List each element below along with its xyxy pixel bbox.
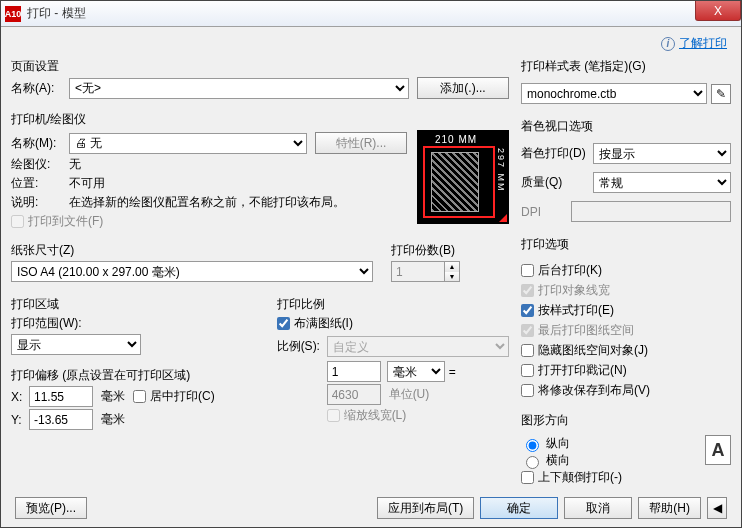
ratio-label: 比例(S): [277, 338, 327, 355]
plot-area-select[interactable]: 显示 [11, 334, 141, 355]
close-button[interactable]: X [695, 1, 741, 21]
plot-dialog: A10 打印 - 模型 X i 了解打印 页面设置 名称(A): <无> 添加(… [0, 0, 742, 528]
opt-hide-checkbox[interactable]: 隐藏图纸空间对象(J) [521, 342, 731, 359]
shade-select[interactable]: 按显示 [593, 143, 731, 164]
preview-width-label: 210 MM [435, 134, 477, 145]
dpi-label: DPI [521, 205, 571, 219]
titlebar: A10 打印 - 模型 X [1, 1, 741, 27]
drawing-units-input [327, 384, 381, 405]
info-icon: i [661, 37, 675, 51]
orientation-icon: A [705, 435, 731, 465]
equals-icon: = [449, 365, 456, 379]
desc-value: 在选择新的绘图仪配置名称之前，不能打印该布局。 [69, 194, 407, 211]
window-title: 打印 - 模型 [27, 5, 86, 22]
what-label: 打印范围(W): [11, 315, 267, 332]
printer-name-select[interactable]: 🖨 无 [69, 133, 307, 154]
chevron-left-icon: ◀ [713, 501, 722, 515]
quality-label: 质量(Q) [521, 174, 593, 191]
preview-button[interactable]: 预览(P)... [15, 497, 87, 519]
printer-heading: 打印机/绘图仪 [11, 111, 509, 128]
opt-styles-checkbox[interactable]: 按样式打印(E) [521, 302, 731, 319]
dpi-input [571, 201, 731, 222]
opt-stamp-checkbox[interactable]: 打开打印戳记(N) [521, 362, 731, 379]
page-name-label: 名称(A): [11, 80, 69, 97]
app-icon: A10 [5, 6, 21, 22]
offset-x-unit: 毫米 [101, 388, 125, 405]
quality-select[interactable]: 常规 [593, 172, 731, 193]
close-icon: X [714, 4, 722, 18]
preview-corner-icon [499, 214, 507, 222]
offset-x-input[interactable] [29, 386, 93, 407]
drawing-units-label: 单位(U) [389, 386, 430, 403]
offset-heading: 打印偏移 (原点设置在可打印区域) [11, 367, 267, 384]
spin-down-icon: ▼ [445, 272, 459, 282]
paper-size-select[interactable]: ISO A4 (210.00 x 297.00 毫米) [11, 261, 373, 282]
scale-unit-input[interactable] [327, 361, 381, 382]
area-heading: 打印区域 [11, 296, 267, 313]
center-plot-checkbox[interactable]: 居中打印(C) [133, 388, 215, 405]
opt-background-checkbox[interactable]: 后台打印(K) [521, 262, 731, 279]
expand-button[interactable]: ◀ [707, 497, 727, 519]
opt-lineweights-checkbox: 打印对象线宽 [521, 282, 731, 299]
learn-plot-link[interactable]: 了解打印 [679, 35, 727, 52]
offset-x-label: X: [11, 390, 29, 404]
fit-to-paper-checkbox[interactable]: 布满图纸(I) [277, 315, 509, 332]
copies-spinner: ▲▼ [445, 261, 460, 282]
location-label: 位置: [11, 175, 69, 192]
pencil-icon: ✎ [716, 87, 726, 101]
help-button[interactable]: 帮助(H) [638, 497, 701, 519]
opt-paperspace-last-checkbox: 最后打印图纸空间 [521, 322, 731, 339]
scale-heading: 打印比例 [277, 296, 509, 313]
desc-label: 说明: [11, 194, 69, 211]
add-page-setup-button[interactable]: 添加(.)... [417, 77, 509, 99]
location-value: 不可用 [69, 175, 105, 192]
copies-input [391, 261, 445, 282]
shade-label: 着色打印(D) [521, 145, 593, 162]
preview-height-label: 297 MM [496, 148, 506, 193]
apply-layout-button[interactable]: 应用到布局(T) [377, 497, 474, 519]
opt-save-checkbox[interactable]: 将修改保存到布局(V) [521, 382, 731, 399]
plot-to-file-checkbox: 打印到文件(F) [11, 213, 103, 230]
spin-up-icon: ▲ [445, 262, 459, 272]
plotter-label: 绘图仪: [11, 156, 69, 173]
orientation-heading: 图形方向 [521, 412, 731, 429]
copies-heading: 打印份数(B) [391, 242, 509, 259]
unit-select[interactable]: 毫米 [387, 361, 445, 382]
paper-preview: 210 MM 297 MM [417, 130, 509, 224]
offset-y-input[interactable] [29, 409, 93, 430]
page-setup-heading: 页面设置 [11, 58, 509, 75]
options-heading: 打印选项 [521, 236, 731, 253]
cancel-button[interactable]: 取消 [564, 497, 632, 519]
edit-style-button[interactable]: ✎ [711, 84, 731, 104]
scale-select: 自定义 [327, 336, 509, 357]
offset-y-label: Y: [11, 413, 29, 427]
page-name-select[interactable]: <无> [69, 78, 409, 99]
shaded-heading: 着色视口选项 [521, 118, 731, 135]
styletable-heading: 打印样式表 (笔指定)(G) [521, 58, 731, 75]
paper-heading: 纸张尺寸(Z) [11, 242, 373, 259]
plotter-value: 无 [69, 156, 81, 173]
printer-name-label: 名称(M): [11, 135, 69, 152]
upside-down-checkbox[interactable]: 上下颠倒打印(-) [521, 469, 705, 486]
plot-style-select[interactable]: monochrome.ctb [521, 83, 707, 104]
offset-y-unit: 毫米 [101, 411, 125, 428]
ok-button[interactable]: 确定 [480, 497, 558, 519]
portrait-radio[interactable]: 纵向 [521, 435, 705, 452]
scale-lineweights-checkbox: 缩放线宽(L) [327, 407, 407, 424]
printer-properties-button: 特性(R)... [315, 132, 407, 154]
landscape-radio[interactable]: 横向 [521, 452, 705, 469]
